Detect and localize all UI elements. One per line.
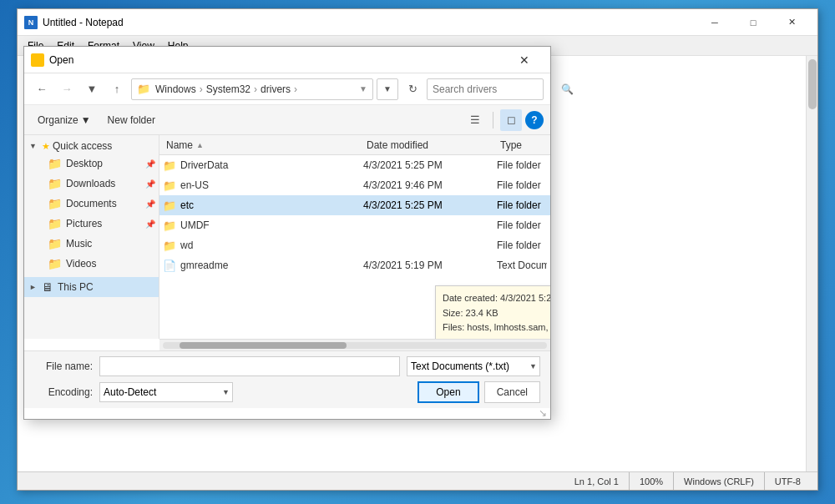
file-list-header: Name ▲ Date modified Type [159,135,550,155]
toolbar-separator [493,112,493,129]
svg-rect-0 [32,58,43,64]
sidebar-quick-access-header[interactable]: ▼ ★ Quick access [24,139,159,154]
en-us-folder-icon: 📁 [163,179,176,192]
close-button[interactable]: ✕ [772,9,811,36]
file-row-etc[interactable]: 📁 etc 4/3/2021 5:25 PM File folder [159,195,550,215]
sidebar-item-desktop[interactable]: 📁 Desktop 📌 [24,154,159,174]
col-header-name[interactable]: Name ▲ [163,139,363,151]
notepad-statusbar: Ln 1, Col 1 100% Windows (CRLF) UTF-8 [18,471,817,490]
music-folder-icon: 📁 [48,237,62,250]
file-list-container: Name ▲ Date modified Type 📁 DriverData 4… [159,135,550,339]
wd-folder-icon: 📁 [163,239,176,252]
filename-input[interactable] [99,356,400,376]
pictures-label: Pictures [66,218,102,229]
toolbar-right: ☰ ◻ ? [464,109,544,131]
encoding-select[interactable]: Auto-Detect UTF-8 UTF-16 LE ANSI [99,382,233,402]
umdf-type: File folder [497,219,547,231]
videos-folder-icon: 📁 [48,257,62,270]
quick-access-chevron: ▼ [29,142,39,150]
en-us-name-cell: 📁 en-US [163,179,363,192]
filetype-select[interactable]: Text Documents (*.txt) All Files (*.*) [407,356,540,376]
maximize-button[interactable]: □ [734,9,772,36]
view-details-button[interactable]: ◻ [500,109,522,131]
desktop-folder-icon: 📁 [48,157,62,170]
sidebar-item-music[interactable]: 📁 Music [24,234,159,254]
wd-type: File folder [497,239,547,251]
breadcrumb-windows[interactable]: Windows [155,83,196,95]
etc-name-cell: 📁 etc [163,199,363,212]
col-sort-arrow: ▲ [196,141,204,149]
documents-label: Documents [66,198,117,209]
notepad-title: Untitled - Notepad [43,17,696,28]
sidebar-item-videos[interactable]: 📁 Videos [24,254,159,274]
breadcrumb-system32[interactable]: System32 [206,83,250,95]
sidebar-item-downloads[interactable]: 📁 Downloads 📌 [24,174,159,194]
help-button[interactable]: ? [525,111,544,129]
open-button[interactable]: Open [418,381,478,403]
driverdata-date: 4/3/2021 5:25 PM [363,159,497,171]
breadcrumb-drivers[interactable]: drivers [261,83,291,95]
forward-button[interactable]: → [56,78,78,100]
driverdata-name-cell: 📁 DriverData [163,159,363,172]
new-folder-label: New folder [108,114,155,126]
refresh-button[interactable]: ↻ [402,78,423,100]
quick-access-star-icon: ★ [42,141,50,152]
view-list-button[interactable]: ☰ [464,109,486,131]
etc-type: File folder [497,199,547,211]
h-scrollbar[interactable] [159,339,550,350]
notepad-scrollbar[interactable] [806,56,817,471]
open-dialog: Open ✕ ← → ▼ ↑ 📁 Windows › System32 › dr… [23,46,551,420]
dialog-icon [31,53,44,67]
h-scrollbar-thumb [180,342,347,349]
videos-label: Videos [66,258,96,270]
resize-handle[interactable]: ↘ [539,407,549,417]
notepad-titlebar: N Untitled - Notepad ─ □ ✕ [18,9,817,36]
col-header-date[interactable]: Date modified [363,139,497,151]
downloads-folder-icon: 📁 [48,177,62,190]
search-input[interactable] [433,83,558,95]
gmreadme-doc-icon: 📄 [163,260,176,272]
dialog-bottom: File name: Text Documents (*.txt) All Fi… [24,350,550,408]
tooltip-files: Files: hosts, lmhosts.sam, networks, pro… [443,320,550,335]
encoding-row: Encoding: Auto-Detect UTF-8 UTF-16 LE AN… [34,381,540,403]
file-row-en-us[interactable]: 📁 en-US 4/3/2021 9:46 PM File folder [159,175,550,195]
address-dropdown-button[interactable]: ▼ [377,78,398,100]
sidebar: ▼ ★ Quick access 📁 Desktop 📌 📁 Downloads… [24,135,159,339]
gmreadme-type: Text Docume... [497,260,547,271]
desktop-pin-icon: 📌 [145,159,155,169]
breadcrumb-dropdown-arrow: ▼ [359,84,367,93]
minimize-button[interactable]: ─ [696,9,734,36]
dialog-addressbar: ← → ▼ ↑ 📁 Windows › System32 › drivers ›… [24,73,550,105]
tooltip-created: Date created: 4/3/2021 5:25 PM [443,291,550,306]
sidebar-item-documents[interactable]: 📁 Documents 📌 [24,194,159,214]
notepad-controls: ─ □ ✕ [696,9,811,36]
cancel-button[interactable]: Cancel [484,381,540,403]
file-row-umdf[interactable]: 📁 UMDF File folder [159,215,550,235]
notepad-icon: N [24,16,38,29]
driverdata-folder-icon: 📁 [163,159,176,172]
gmreadme-name: gmreadme [180,260,228,271]
file-row-wd[interactable]: 📁 wd File folder [159,235,550,255]
dialog-close-button[interactable]: ✕ [505,47,544,73]
etc-date: 4/3/2021 5:25 PM [363,199,497,211]
desktop-label: Desktop [66,158,103,169]
file-row-gmreadme[interactable]: 📄 gmreadme 4/3/2021 5:19 PM Text Docume.… [159,255,550,275]
search-box[interactable]: 🔍 [427,78,544,100]
music-label: Music [66,238,92,249]
back-button[interactable]: ← [31,78,53,100]
sidebar-this-pc[interactable]: ► 🖥 This PC [24,277,159,297]
encoding-label: Encoding: [34,386,93,398]
documents-pin-icon: 📌 [145,199,155,209]
up-button[interactable]: ↑ [106,78,128,100]
new-folder-button[interactable]: New folder [101,109,162,131]
sidebar-item-pictures[interactable]: 📁 Pictures 📌 [24,214,159,234]
breadcrumb-sep-1: › [200,83,203,95]
organize-button[interactable]: Organize ▼ [31,109,98,131]
encoding-select-wrapper: Auto-Detect UTF-8 UTF-16 LE ANSI ▼ [99,382,233,402]
umdf-folder-icon: 📁 [163,219,176,232]
file-row-driverdata[interactable]: 📁 DriverData 4/3/2021 5:25 PM File folde… [159,155,550,175]
breadcrumb-bar[interactable]: 📁 Windows › System32 › drivers › ▼ [131,78,373,100]
organize-label: Organize [38,114,78,126]
history-dropdown-button[interactable]: ▼ [81,78,103,100]
col-header-type[interactable]: Type [497,139,547,151]
